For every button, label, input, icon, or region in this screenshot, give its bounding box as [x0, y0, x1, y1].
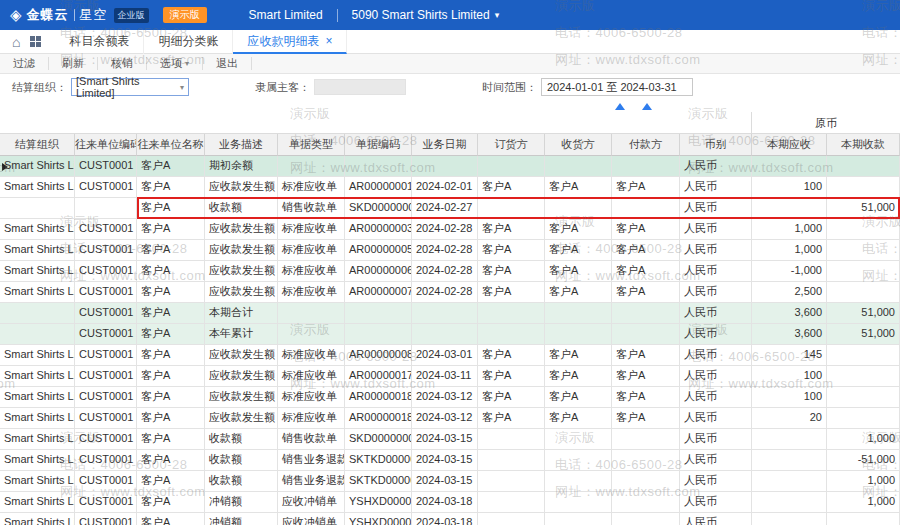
cell[interactable]: 销售收款单: [278, 198, 345, 219]
cell[interactable]: -1,000: [752, 261, 827, 282]
cell[interactable]: [612, 513, 680, 525]
settlement-org-select[interactable]: [Smart Shirts Limited] ▾: [71, 78, 189, 96]
cell[interactable]: 人民币: [680, 429, 752, 450]
cell[interactable]: 2024-03-15: [412, 450, 478, 471]
table-row[interactable]: Smart Shirts LimitedCUST0001客户A应收款发生额标准应…: [0, 177, 900, 198]
cell[interactable]: 客户A: [545, 408, 612, 429]
cell[interactable]: [612, 198, 680, 219]
column-header[interactable]: 本期收款: [827, 134, 900, 156]
cell[interactable]: 应收款发生额: [205, 366, 278, 387]
cell[interactable]: 客户A: [612, 366, 680, 387]
cell[interactable]: 人民币: [680, 261, 752, 282]
cell[interactable]: 人民币: [680, 198, 752, 219]
cell[interactable]: [545, 324, 612, 345]
cell[interactable]: CUST0001: [75, 156, 137, 177]
cell[interactable]: [412, 324, 478, 345]
cell[interactable]: [612, 156, 680, 177]
cell[interactable]: Smart Shirts Limited: [0, 177, 75, 198]
cell[interactable]: Smart Shirts Limited: [0, 387, 75, 408]
cell[interactable]: [545, 513, 612, 525]
column-header[interactable]: 业务描述: [205, 134, 278, 156]
cell[interactable]: CUST0001: [75, 471, 137, 492]
cell[interactable]: 标准应收单: [278, 177, 345, 198]
date-range-input[interactable]: 2024-01-01 至 2024-03-31: [541, 78, 693, 96]
cell[interactable]: Smart Shirts Limited: [0, 282, 75, 303]
cell[interactable]: 应收款发生额: [205, 177, 278, 198]
cell[interactable]: [545, 471, 612, 492]
cell[interactable]: 标准应收单: [278, 219, 345, 240]
cell[interactable]: [545, 492, 612, 513]
cell[interactable]: 本期合计: [205, 303, 278, 324]
cell[interactable]: [827, 219, 900, 240]
cell[interactable]: 客户A: [545, 366, 612, 387]
table-row[interactable]: Smart Shirts LimitedCUST0001客户A应收款发生额标准应…: [0, 387, 900, 408]
cell[interactable]: CUST0001: [75, 408, 137, 429]
cell[interactable]: 销售业务退款单: [278, 471, 345, 492]
table-row[interactable]: Smart Shirts LimitedCUST0001客户A应收款发生额标准应…: [0, 261, 900, 282]
cell[interactable]: 客户A: [478, 366, 545, 387]
cell[interactable]: 客户A: [137, 198, 205, 219]
cell[interactable]: -51,000: [827, 450, 900, 471]
cell[interactable]: 100: [752, 177, 827, 198]
cell[interactable]: 客户A: [137, 513, 205, 525]
cell[interactable]: [612, 303, 680, 324]
cell[interactable]: YSHXD00000002: [345, 513, 412, 525]
cell[interactable]: 客户A: [478, 261, 545, 282]
cell[interactable]: 2,500: [752, 282, 827, 303]
cell[interactable]: 客户A: [612, 408, 680, 429]
cell[interactable]: 2024-03-18: [412, 513, 478, 525]
cell[interactable]: [345, 324, 412, 345]
cell[interactable]: 人民币: [680, 387, 752, 408]
cell[interactable]: 应收冲销单: [278, 513, 345, 525]
cell[interactable]: AR00000018-001: [345, 408, 412, 429]
cell[interactable]: CUST0001: [75, 345, 137, 366]
cell[interactable]: [0, 324, 75, 345]
company-name[interactable]: Smart Limited: [249, 8, 323, 22]
cell[interactable]: 2024-02-27: [412, 198, 478, 219]
cell[interactable]: [827, 513, 900, 525]
tab-0[interactable]: 科目余额表: [55, 30, 144, 54]
org-selector[interactable]: 5090 Smart Shirts Limited ▾: [352, 8, 500, 22]
cell[interactable]: AR00000003: [345, 219, 412, 240]
table-row[interactable]: CUST0001客户A本年累计人民币3,60051,000: [0, 324, 900, 345]
cell[interactable]: [827, 345, 900, 366]
cell[interactable]: 客户A: [137, 156, 205, 177]
cell[interactable]: 客户A: [478, 282, 545, 303]
table-row[interactable]: Smart Shirts LimitedCUST0001客户A收款额销售业务退款…: [0, 450, 900, 471]
cell[interactable]: [612, 450, 680, 471]
cell[interactable]: 客户A: [137, 303, 205, 324]
cell[interactable]: 客户A: [137, 492, 205, 513]
home-icon[interactable]: ⌂: [12, 34, 20, 50]
cell[interactable]: SKTKD00000002: [345, 471, 412, 492]
cell[interactable]: 冲销额: [205, 513, 278, 525]
cell[interactable]: 标准应收单: [278, 408, 345, 429]
cell[interactable]: [827, 408, 900, 429]
cell[interactable]: [345, 303, 412, 324]
cell[interactable]: 20: [752, 408, 827, 429]
cell[interactable]: 2024-03-12: [412, 387, 478, 408]
cell[interactable]: 2024-03-12: [412, 408, 478, 429]
cell[interactable]: 收款额: [205, 429, 278, 450]
table-row[interactable]: Smart Shirts LimitedCUST0001客户A冲销额应收冲销单Y…: [0, 513, 900, 525]
cell[interactable]: 2024-03-18: [412, 492, 478, 513]
cell[interactable]: 2024-02-01: [412, 177, 478, 198]
cell[interactable]: 客户A: [612, 261, 680, 282]
column-header[interactable]: 结算组织: [0, 134, 75, 156]
cell[interactable]: 人民币: [680, 282, 752, 303]
cell[interactable]: 2024-03-15: [412, 429, 478, 450]
cell[interactable]: 100: [752, 366, 827, 387]
cell[interactable]: YSHXD00000001: [345, 492, 412, 513]
cell[interactable]: [478, 156, 545, 177]
cell[interactable]: 收款额: [205, 471, 278, 492]
column-header[interactable]: 本期应收: [752, 134, 827, 156]
cell[interactable]: 客户A: [545, 387, 612, 408]
cell[interactable]: Smart Shirts Limited: [0, 492, 75, 513]
cell[interactable]: 客户A: [545, 240, 612, 261]
cell[interactable]: 应收款发生额: [205, 408, 278, 429]
cell[interactable]: 客户A: [137, 387, 205, 408]
cell[interactable]: 应收冲销单: [278, 492, 345, 513]
tab-2[interactable]: 应收款明细表×: [233, 30, 347, 54]
cell[interactable]: 客户A: [478, 345, 545, 366]
sub-org-input[interactable]: [314, 79, 406, 95]
close-tab-icon[interactable]: ×: [325, 34, 332, 48]
